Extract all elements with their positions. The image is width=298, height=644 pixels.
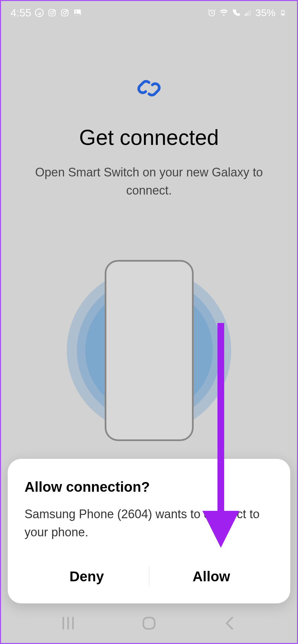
- svg-rect-10: [245, 14, 246, 16]
- device-searching-visual: [65, 250, 233, 451]
- instagram-icon: [47, 8, 57, 17]
- svg-rect-15: [282, 10, 284, 11]
- connection-dialog: Allow connection? Samsung Phone (2604) w…: [8, 459, 290, 603]
- battery-percent: 35%: [255, 7, 276, 18]
- svg-point-5: [63, 11, 66, 14]
- svg-rect-12: [248, 11, 249, 16]
- svg-point-6: [66, 10, 67, 11]
- deny-button[interactable]: Deny: [24, 560, 149, 593]
- allow-button[interactable]: Allow: [149, 560, 274, 593]
- phone-outline-icon: [105, 260, 194, 441]
- home-button[interactable]: [139, 613, 159, 633]
- page-title: Get connected: [79, 125, 219, 150]
- svg-rect-13: [250, 10, 251, 16]
- back-button[interactable]: [220, 613, 240, 633]
- svg-point-3: [54, 10, 54, 11]
- volte-icon: [231, 8, 241, 17]
- signal-icon: [243, 8, 253, 17]
- svg-rect-16: [282, 13, 284, 15]
- battery-icon: [278, 8, 288, 17]
- status-bar: 4:55: [1, 1, 297, 24]
- svg-rect-11: [246, 13, 247, 16]
- link-icon: [136, 78, 162, 102]
- recents-button[interactable]: [58, 613, 78, 633]
- wifi-icon: [219, 8, 229, 17]
- alarm-icon: [207, 8, 216, 17]
- whatsapp-icon: [35, 8, 44, 17]
- status-time: 4:55: [10, 7, 31, 19]
- svg-point-0: [36, 9, 43, 16]
- svg-point-8: [76, 11, 77, 12]
- svg-rect-20: [143, 618, 155, 629]
- svg-point-2: [51, 11, 54, 14]
- dialog-message: Samsung Phone (2604) wants to connect to…: [24, 505, 274, 541]
- page-subtitle: Open Smart Switch on your new Galaxy to …: [1, 163, 297, 200]
- dialog-title: Allow connection?: [24, 479, 274, 495]
- instagram-icon: [60, 8, 69, 17]
- navigation-bar: [1, 603, 297, 643]
- gallery-icon: [73, 8, 82, 17]
